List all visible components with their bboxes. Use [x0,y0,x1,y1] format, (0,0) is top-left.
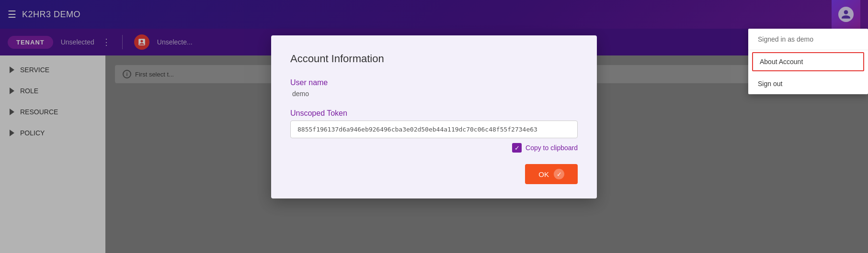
account-dropdown: Signed in as demo About Account Sign out [748,29,868,94]
modal-title: Account Information [290,53,578,65]
account-info-modal: Account Information User name demo Unsco… [271,35,597,198]
ok-check-icon: ✓ [554,169,564,179]
clipboard-row: ✓ Copy to clipboard [290,143,578,153]
ok-label: OK [538,170,549,178]
username-value: demo [290,90,578,98]
dropdown-sign-out[interactable]: Sign out [748,73,868,94]
ok-button[interactable]: OK ✓ [525,164,578,184]
dropdown-signed-in: Signed in as demo [748,29,868,50]
token-input[interactable] [290,121,578,138]
token-label: Unscoped Token [290,109,578,118]
modal-backdrop: Account Information User name demo Unsco… [0,0,868,253]
modal-footer: OK ✓ [290,164,578,184]
username-label: User name [290,78,578,87]
dropdown-about-account[interactable]: About Account [752,52,864,71]
clipboard-label[interactable]: Copy to clipboard [525,144,578,152]
clipboard-checkbox[interactable]: ✓ [512,143,522,153]
